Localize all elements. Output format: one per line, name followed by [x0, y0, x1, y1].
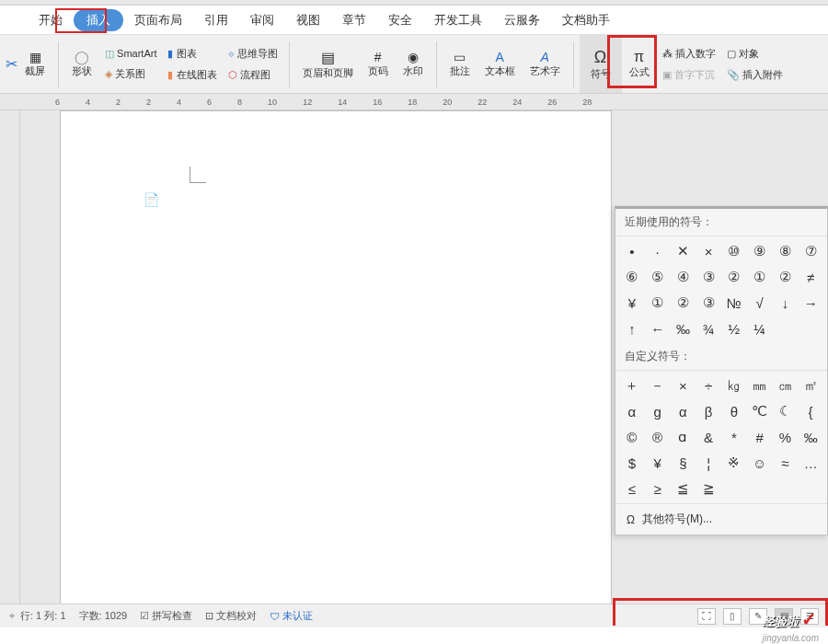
symbol-cell[interactable]: ②	[721, 264, 747, 290]
symbol-cell[interactable]: ℃	[747, 398, 773, 424]
symbol-cell[interactable]: ‰	[798, 424, 823, 450]
symbol-cell[interactable]: ①	[747, 264, 773, 290]
symbol-cell[interactable]: ¦	[696, 450, 721, 476]
symbol-cell[interactable]: ×	[696, 238, 721, 264]
symbol-cell[interactable]	[747, 476, 773, 501]
menu-devtools[interactable]: 开发工具	[423, 8, 493, 32]
mindmap-button[interactable]: ⟐ 思维导图	[223, 45, 283, 63]
dropcap-button[interactable]: ▣ 首字下沉	[657, 66, 721, 84]
symbol-cell[interactable]: ④	[671, 264, 696, 290]
symbol-cell[interactable]: g	[645, 398, 671, 424]
symbol-cell[interactable]: ②	[773, 264, 799, 290]
symbol-cell[interactable]: ㎜	[747, 373, 773, 398]
symbol-cell[interactable]: ¥	[645, 450, 671, 476]
auth-status[interactable]: 🛡 未认证	[270, 609, 313, 623]
symbol-cell[interactable]: ①	[645, 290, 671, 316]
wordart-button[interactable]: A 艺术字	[523, 48, 568, 80]
symbol-cell[interactable]: ‰	[671, 316, 696, 341]
symbol-cell[interactable]: ½	[721, 316, 747, 341]
flowchart-button[interactable]: ⬡ 流程图	[223, 66, 283, 84]
spell-check[interactable]: ☑ 拼写检查	[140, 609, 192, 623]
menu-security[interactable]: 安全	[377, 8, 423, 32]
word-count[interactable]: 字数: 1029	[79, 609, 128, 623]
symbol-cell[interactable]: ②	[671, 290, 696, 316]
proofreading[interactable]: ⊡ 文档校对	[205, 609, 257, 623]
textbox-button[interactable]: A 文本框	[477, 48, 523, 80]
page-number-button[interactable]: # 页码	[361, 48, 396, 80]
symbol-cell[interactable]: ⑩	[721, 238, 747, 264]
comment-button[interactable]: ▭ 批注	[443, 48, 477, 80]
symbol-cell[interactable]: ③	[696, 264, 721, 290]
menu-view[interactable]: 视图	[285, 8, 331, 32]
symbol-cell[interactable]	[721, 476, 747, 501]
smartart-button[interactable]: ◫ SmartArt	[99, 46, 162, 62]
relation-button[interactable]: ◈ 关系图	[99, 65, 162, 83]
symbol-cell[interactable]: ※	[721, 450, 747, 476]
object-button[interactable]: ▢ 对象	[721, 45, 788, 63]
symbol-cell[interactable]: ×	[671, 373, 696, 398]
symbol-cell[interactable]: ·	[645, 238, 671, 264]
symbol-cell[interactable]: ≤	[619, 476, 645, 501]
symbol-cell[interactable]: θ	[721, 398, 747, 424]
symbol-cell[interactable]: ☺	[747, 450, 773, 476]
menu-reference[interactable]: 引用	[193, 8, 239, 32]
symbol-cell[interactable]: ③	[696, 290, 721, 316]
symbol-cell[interactable]: ㎏	[721, 373, 747, 398]
symbol-cell[interactable]	[798, 316, 823, 341]
symbol-cell[interactable]: √	[747, 290, 773, 316]
symbol-cell[interactable]: ↓	[773, 290, 799, 316]
symbol-cell[interactable]: §	[671, 450, 696, 476]
menu-cloud[interactable]: 云服务	[493, 8, 551, 32]
menu-chapter[interactable]: 章节	[331, 8, 377, 32]
symbol-cell[interactable]: ⑧	[773, 238, 799, 264]
menu-doc-helper[interactable]: 文档助手	[551, 8, 621, 32]
symbol-cell[interactable]: #	[747, 424, 773, 450]
symbol-cell[interactable]: ☾	[773, 398, 799, 424]
header-footer-button[interactable]: ▤ 页眉和页脚	[295, 47, 361, 82]
symbol-cell[interactable]	[798, 476, 823, 501]
scissors-icon[interactable]: ✂	[6, 55, 17, 73]
symbol-cell[interactable]: №	[721, 290, 747, 316]
symbol-cell[interactable]: ⑨	[747, 238, 773, 264]
menu-review[interactable]: 审阅	[239, 8, 285, 32]
cursor-position[interactable]: 行: 1 列: 1	[20, 609, 66, 623]
symbol-cell[interactable]: ≧	[696, 476, 721, 501]
symbol-cell[interactable]: →	[798, 290, 823, 316]
symbol-cell[interactable]: ©	[619, 424, 645, 450]
vertical-ruler[interactable]	[0, 110, 20, 626]
symbol-cell[interactable]: α	[671, 398, 696, 424]
symbol-cell[interactable]: &	[696, 424, 721, 450]
symbol-cell[interactable]: ㎝	[773, 373, 799, 398]
symbol-cell[interactable]: ↑	[619, 316, 645, 341]
symbol-cell[interactable]: ≠	[798, 264, 823, 290]
symbol-cell[interactable]: α	[619, 398, 645, 424]
symbol-cell[interactable]: －	[645, 373, 671, 398]
symbol-cell[interactable]: ¼	[747, 316, 773, 341]
symbol-cell[interactable]: ㎡	[798, 373, 823, 398]
symbol-cell[interactable]	[773, 316, 799, 341]
symbol-cell[interactable]: *	[721, 424, 747, 450]
symbol-cell[interactable]: ⑤	[645, 264, 671, 290]
symbol-cell[interactable]: ⑦	[798, 238, 823, 264]
symbol-cell[interactable]: ←	[645, 316, 671, 341]
symbol-cell[interactable]: ɑ	[671, 424, 696, 450]
symbol-cell[interactable]: ⑥	[619, 264, 645, 290]
symbol-cell[interactable]: ¾	[696, 316, 721, 341]
symbol-cell[interactable]: β	[696, 398, 721, 424]
symbol-cell[interactable]: %	[773, 424, 799, 450]
document-page[interactable]: 📄	[60, 110, 612, 626]
more-symbols-button[interactable]: Ω 其他符号(M)...	[615, 503, 827, 535]
symbol-cell[interactable]: ＋	[619, 373, 645, 398]
symbol-cell[interactable]: …	[798, 450, 823, 476]
insert-number-button[interactable]: ⁂ 插入数字	[657, 45, 721, 63]
symbol-cell[interactable]: ✕	[671, 238, 696, 264]
chart-button[interactable]: ▮ 图表	[162, 45, 222, 63]
menu-page-layout[interactable]: 页面布局	[123, 8, 193, 32]
symbol-cell[interactable]: ≈	[773, 450, 799, 476]
symbol-cell[interactable]: •	[619, 238, 645, 264]
symbol-cell[interactable]: ≦	[671, 476, 696, 501]
horizontal-ruler[interactable]: 6 4 2 2 4 6 8 10 12 14 16 18 20 22 24 26…	[0, 94, 828, 110]
attachment-button[interactable]: 📎 插入附件	[721, 66, 788, 84]
symbol-cell[interactable]	[773, 476, 799, 501]
online-chart-button[interactable]: ▮ 在线图表	[162, 66, 222, 84]
